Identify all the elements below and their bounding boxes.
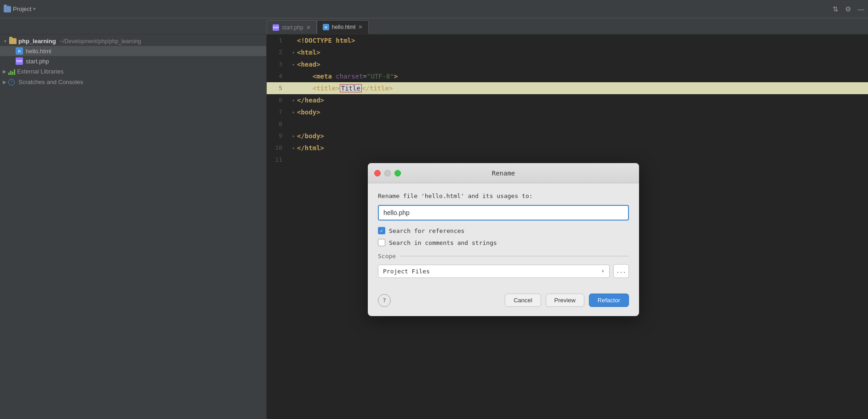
- settings-icon[interactable]: ⚙: [845, 5, 851, 13]
- ext-lib-icon: [8, 68, 15, 75]
- project-path: ~/Development/php/php_learning: [60, 38, 141, 45]
- dialog-footer: ? Cancel Preview Refactor: [368, 287, 639, 316]
- search-comments-label: Search in comments and strings: [389, 239, 497, 246]
- scope-dropdown-row: Project Files ▾ ...: [378, 264, 629, 278]
- preview-button[interactable]: Preview: [546, 294, 584, 307]
- top-bar-icons: ⇅ ⚙ —: [833, 5, 864, 13]
- scope-dropdown[interactable]: Project Files ▾: [378, 265, 610, 278]
- scope-divider: Scope: [378, 253, 629, 260]
- tab-label-start-php: start.php: [282, 24, 303, 31]
- rename-dialog: Rename Rename file 'hello.html' and its …: [368, 163, 639, 316]
- file-hello-html[interactable]: H hello.html: [0, 46, 266, 56]
- file-start-php[interactable]: PHP start.php: [0, 56, 266, 66]
- folder-icon: [4, 6, 11, 12]
- top-bar: Project ▾ ⇅ ⚙ —: [0, 0, 868, 18]
- php-file-icon: PHP: [273, 24, 279, 31]
- scope-dropdown-value: Project Files: [383, 268, 430, 275]
- project-folder-icon: [9, 38, 17, 44]
- project-root-row[interactable]: ▾ php_learning ~/Development/php/php_lea…: [0, 36, 266, 46]
- scratches-row[interactable]: ▶ Scratches and Consoles: [0, 77, 266, 87]
- scope-label: Scope: [378, 253, 396, 260]
- scope-line: [400, 256, 629, 256]
- project-panel-label[interactable]: Project ▾: [4, 6, 36, 12]
- editor-area[interactable]: 1 <!DOCTYPE html> 2 ▾ <html> 3 ▾ <head> …: [267, 34, 868, 419]
- layout-icon[interactable]: ⇅: [833, 5, 839, 13]
- file-name-hello-html: hello.html: [26, 48, 51, 55]
- ext-lib-chevron: ▶: [3, 69, 6, 74]
- tabs-bar: PHP start.php ✕ H hello.html ✕: [0, 18, 868, 34]
- rename-input[interactable]: [378, 205, 629, 221]
- scope-section: Scope Project Files ▾ ...: [378, 253, 629, 278]
- close-window-button[interactable]: [374, 170, 381, 176]
- chevron-down-icon: ▾: [33, 6, 36, 12]
- cancel-button[interactable]: Cancel: [505, 294, 541, 307]
- main-area: ▾ php_learning ~/Development/php/php_lea…: [0, 34, 868, 419]
- scope-more-label: ...: [616, 268, 626, 274]
- ext-lib-label: External Libraries: [17, 68, 63, 75]
- scratches-label: Scratches and Consoles: [18, 79, 83, 85]
- tab-hello-html[interactable]: H hello.html ✕: [317, 20, 369, 34]
- maximize-window-button[interactable]: [394, 170, 401, 176]
- search-comments-row: Search in comments and strings: [378, 239, 629, 246]
- tab-label-hello-html: hello.html: [332, 24, 355, 30]
- search-references-label: Search for references: [389, 227, 464, 234]
- minimize-icon[interactable]: —: [857, 5, 864, 13]
- refactor-button[interactable]: Refactor: [589, 294, 629, 307]
- project-collapse-icon: ▾: [3, 39, 7, 44]
- scope-dropdown-arrow-icon: ▾: [601, 268, 605, 274]
- dialog-overlay: Rename Rename file 'hello.html' and its …: [267, 34, 868, 419]
- scratches-chevron: ▶: [3, 79, 6, 85]
- project-label-text: Project: [13, 6, 31, 12]
- dialog-title: Rename: [492, 170, 515, 177]
- external-libraries-row[interactable]: ▶ External Libraries: [0, 66, 266, 77]
- html-file-icon: H: [323, 24, 329, 30]
- traffic-lights: [374, 170, 401, 176]
- html-icon: H: [16, 47, 23, 55]
- scope-more-button[interactable]: ...: [613, 264, 629, 278]
- minimize-window-button[interactable]: [384, 170, 391, 176]
- project-name: php_learning: [18, 38, 56, 45]
- dialog-body: Rename file 'hello.html' and its usages …: [368, 183, 639, 287]
- search-references-row: Search for references: [378, 227, 629, 234]
- help-label: ?: [383, 297, 386, 304]
- help-button[interactable]: ?: [378, 294, 391, 307]
- dialog-titlebar: Rename: [368, 163, 639, 183]
- file-name-start-php: start.php: [26, 58, 49, 65]
- sidebar: ▾ php_learning ~/Development/php/php_lea…: [0, 34, 267, 419]
- search-comments-checkbox[interactable]: [378, 239, 385, 246]
- scratches-icon: [8, 79, 15, 85]
- close-tab-start-php[interactable]: ✕: [306, 24, 311, 31]
- php-icon: PHP: [16, 57, 23, 65]
- search-references-checkbox[interactable]: [378, 227, 385, 234]
- dialog-description: Rename file 'hello.html' and its usages …: [378, 193, 629, 199]
- close-tab-hello-html[interactable]: ✕: [358, 24, 363, 30]
- tab-start-php[interactable]: PHP start.php ✕: [267, 20, 317, 34]
